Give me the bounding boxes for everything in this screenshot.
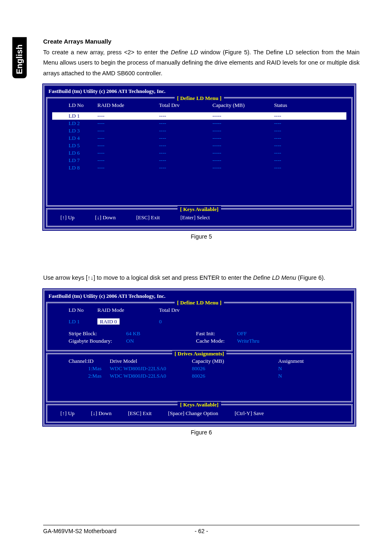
cell-raid: ---- bbox=[97, 135, 159, 142]
cell-status: ---- bbox=[274, 157, 323, 164]
cell-assignment: N bbox=[254, 373, 315, 379]
footer-spacer bbox=[218, 528, 360, 534]
cell-ld: LD 8 bbox=[52, 165, 97, 171]
figure-6-caption: Figure 6 bbox=[43, 429, 360, 436]
key-enter: [Enter] Select bbox=[180, 214, 210, 221]
cell-ld: LD 4 bbox=[52, 135, 97, 142]
cell-ld: LD 3 bbox=[52, 128, 97, 134]
ld-row[interactable]: LD 4----------------- bbox=[52, 135, 346, 142]
opt-gb-value: ON bbox=[126, 338, 134, 344]
cell-raid: ---- bbox=[97, 165, 159, 171]
header-capacity: Capacity (MB) bbox=[212, 102, 274, 109]
cell-status: ---- bbox=[274, 150, 323, 156]
header-status: Status bbox=[274, 102, 323, 109]
drive-row[interactable]: 2:MasWDC WD800JD-22LSA080026N bbox=[52, 372, 346, 380]
opt-cache-value: WriteThru bbox=[237, 338, 259, 344]
cell-capacity: 80026 bbox=[192, 373, 254, 379]
header-ldno: LD No bbox=[52, 307, 97, 313]
cell-drv: ---- bbox=[159, 157, 212, 164]
panel-content: Channel:ID Drive Model Capacity (MB) Ass… bbox=[47, 354, 351, 401]
cell-drv: ---- bbox=[159, 128, 212, 134]
cell-ld: LD 5 bbox=[52, 142, 97, 149]
drive-row[interactable]: 1:MasWDC WD800JD-22LSA080026N bbox=[52, 365, 346, 372]
cell-drv: ---- bbox=[159, 135, 212, 142]
cell-cap: ----- bbox=[212, 113, 274, 119]
header-raid: RAID Mode bbox=[97, 102, 159, 109]
cell-cap: ----- bbox=[212, 150, 274, 156]
ld-row[interactable]: LD 1 RAID 0 0 bbox=[52, 318, 346, 325]
cell-cap: ----- bbox=[212, 135, 274, 142]
cell-drv: ---- bbox=[159, 150, 212, 156]
text: (Figure 6). bbox=[296, 274, 325, 281]
keys-content: [↑] Up [↓] Down [ESC] Exit [Enter] Selec… bbox=[52, 214, 346, 221]
ld-row[interactable]: LD 3----------------- bbox=[52, 127, 346, 135]
cell-ld: LD 1 bbox=[52, 318, 97, 325]
header-model: Drive Model bbox=[110, 358, 192, 364]
footer-product: GA-M69VM-S2 Motherboard bbox=[43, 528, 185, 534]
header-totaldrv: Total Drv bbox=[159, 307, 212, 313]
header-assignment: Assignment bbox=[254, 358, 315, 364]
keys-label: [ Keys Available] bbox=[47, 402, 351, 408]
cell-status: ---- bbox=[274, 165, 323, 171]
opt-fastinit-value: OFF bbox=[237, 330, 247, 337]
drive-headers: Channel:ID Drive Model Capacity (MB) Ass… bbox=[52, 357, 346, 365]
panel-content: LD No RAID Mode Total Drv LD 1 RAID 0 0 … bbox=[47, 303, 351, 350]
header-capacity: Capacity (MB) bbox=[192, 358, 254, 364]
cell-status: ---- bbox=[274, 128, 323, 134]
ld-row[interactable]: LD 7----------------- bbox=[52, 157, 346, 164]
cell-assignment: N bbox=[254, 365, 315, 372]
raid-mode-selected[interactable]: RAID 0 bbox=[97, 318, 120, 325]
keys-available-panel: [ Keys Available] [↑] Up [↓] Down [ESC] … bbox=[46, 208, 353, 227]
text: Use arrow keys [↑↓] to move to a logical… bbox=[43, 274, 253, 281]
language-tab: English bbox=[12, 37, 27, 78]
key-up: [↑] Up bbox=[60, 410, 74, 417]
key-save: [Ctrl-Y] Save bbox=[235, 410, 264, 417]
column-headers: LD No RAID Mode Total Drv Capacity (MB) … bbox=[52, 102, 346, 109]
options-row: Stripe Block: 64 KB Gigabyte Boundary: O… bbox=[52, 330, 346, 345]
key-space: [Space] Change Option bbox=[168, 410, 218, 417]
ld-row[interactable]: LD 8----------------- bbox=[52, 164, 346, 172]
ld-row[interactable]: LD 5----------------- bbox=[52, 142, 346, 149]
cell-raid: ---- bbox=[97, 142, 159, 149]
opt-stripe[interactable]: Stripe Block: 64 KB bbox=[69, 330, 196, 337]
key-down: [↓] Down bbox=[91, 410, 111, 417]
opt-cache-label: Cache Mode: bbox=[196, 338, 237, 344]
ld-row[interactable]: LD 1----------------- bbox=[52, 112, 346, 120]
cell-ld: LD 7 bbox=[52, 157, 97, 164]
bios-utility-title: FastBuild (tm) Utility (c) 2006 ATI Tech… bbox=[44, 86, 354, 97]
cell-cap: ----- bbox=[212, 165, 274, 171]
ld-row[interactable]: LD 2----------------- bbox=[52, 120, 346, 127]
cell-raid: ---- bbox=[97, 113, 159, 119]
keys-content: [↑] Up [↓] Down [ESC] Exit [Space] Chang… bbox=[52, 410, 346, 417]
text: To create a new array, press <2> to ente… bbox=[43, 49, 171, 56]
intro-paragraph: To create a new array, press <2> to ente… bbox=[43, 47, 360, 79]
cell-status: ---- bbox=[274, 142, 323, 149]
drive-rows: 1:MasWDC WD800JD-22LSA080026N2:MasWDC WD… bbox=[52, 365, 346, 380]
opt-fastinit-label: Fast Init: bbox=[196, 330, 237, 337]
ld-row[interactable]: LD 6----------------- bbox=[52, 149, 346, 157]
key-esc: [ESC] Exit bbox=[128, 410, 151, 417]
cell-status: ---- bbox=[274, 113, 323, 119]
cell-raid: ---- bbox=[97, 150, 159, 156]
opt-fastinit[interactable]: Fast Init: OFF bbox=[196, 330, 346, 337]
column-headers: LD No RAID Mode Total Drv bbox=[52, 306, 346, 314]
cell-channel: 1:Mas bbox=[52, 365, 110, 372]
cell-ld: LD 2 bbox=[52, 120, 97, 127]
opt-gb[interactable]: Gigabyte Boundary: ON bbox=[69, 338, 196, 344]
opt-cache[interactable]: Cache Mode: WriteThru bbox=[196, 338, 346, 344]
header-channel: Channel:ID bbox=[52, 358, 110, 364]
figure-5-caption: Figure 5 bbox=[43, 233, 360, 240]
cell-ld: LD 6 bbox=[52, 150, 97, 156]
ld-rows: LD 1-----------------LD 2---------------… bbox=[52, 112, 346, 172]
key-esc: [ESC] Exit bbox=[136, 214, 159, 221]
mid-paragraph: Use arrow keys [↑↓] to move to a logical… bbox=[43, 273, 360, 283]
define-ld-panel: [ Define LD Menu ] LD No RAID Mode Total… bbox=[46, 302, 353, 351]
cell-raid[interactable]: RAID 0 bbox=[97, 318, 159, 325]
bios-figure-5: FastBuild (tm) Utility (c) 2006 ATI Tech… bbox=[43, 84, 355, 230]
cell-model: WDC WD800JD-22LSA0 bbox=[110, 373, 192, 379]
cell-model: WDC WD800JD-22LSA0 bbox=[110, 365, 192, 372]
cell-raid: ---- bbox=[97, 128, 159, 134]
italic-text: Define LD bbox=[171, 49, 198, 56]
cell-status: ---- bbox=[274, 120, 323, 127]
key-down: [↓] Down bbox=[95, 214, 115, 221]
